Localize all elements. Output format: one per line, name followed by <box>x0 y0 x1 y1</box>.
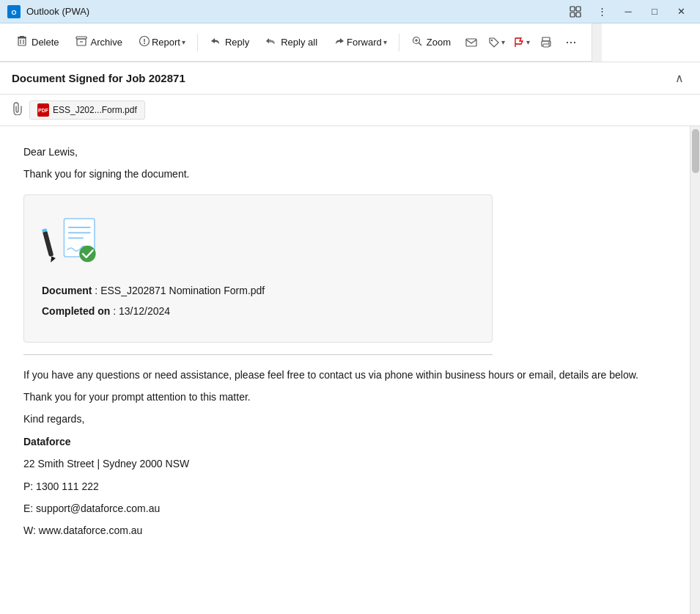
title-bar: O Outlook (PWA) ⋮ ─ □ ✕ <box>0 0 700 23</box>
app-title: Outlook (PWA) <box>26 6 89 17</box>
document-card: Document : ESS_J202871 Nomination Form.p… <box>23 194 493 343</box>
email-body: Dear Lewis, Thank you for signing the do… <box>0 126 690 614</box>
close-button[interactable]: ✕ <box>669 3 693 21</box>
svg-point-16 <box>144 43 145 44</box>
pdf-icon: PDF <box>37 103 49 117</box>
app-logo: O <box>7 5 21 18</box>
flag-chevron-icon: ▾ <box>526 38 530 46</box>
company-website: W: www.dataforce.com.au <box>23 522 666 538</box>
tag-chevron-icon: ▾ <box>501 38 505 46</box>
separator-2 <box>399 34 399 51</box>
reply-label: Reply <box>225 37 249 48</box>
more-actions-button[interactable]: ··· <box>559 31 583 54</box>
kind-regards: Kind regards, <box>23 411 666 427</box>
reply-all-icon <box>265 35 277 49</box>
zoom-button[interactable]: Zoom <box>404 29 458 56</box>
svg-rect-25 <box>543 44 549 47</box>
archive-icon <box>75 35 87 49</box>
archive-label: Archive <box>91 37 122 48</box>
attachment-bar: PDF ESS_J202...Form.pdf <box>0 95 700 126</box>
attachment-filename: ESS_J202...Form.pdf <box>53 105 137 115</box>
attachment-file[interactable]: PDF ESS_J202...Form.pdf <box>29 100 145 120</box>
svg-rect-8 <box>18 38 26 45</box>
forward-label: Forward <box>347 37 382 48</box>
forward-chevron-icon: ▾ <box>383 38 387 46</box>
zoom-icon <box>411 35 423 49</box>
paperclip-icon <box>12 102 23 118</box>
minimize-button[interactable]: ─ <box>616 3 640 21</box>
company-phone: P: 1300 111 222 <box>23 478 666 494</box>
email-subject: Document Signed for Job 202871 <box>12 72 185 84</box>
delete-icon <box>16 35 28 49</box>
svg-rect-3 <box>576 7 581 11</box>
svg-rect-2 <box>570 7 575 11</box>
report-icon <box>139 35 150 49</box>
scrollbar-thumb <box>692 129 699 173</box>
completed-on-row: Completed on : 13/12/2024 <box>42 303 474 319</box>
reply-all-label: Reply all <box>281 37 317 48</box>
report-button[interactable]: Report ▾ <box>131 29 193 56</box>
svg-text:O: O <box>11 9 16 16</box>
document-label-colon: : <box>95 285 100 296</box>
tag-button[interactable]: ▾ <box>485 31 508 54</box>
delete-label: Delete <box>32 37 59 48</box>
content-divider <box>23 354 493 355</box>
title-bar-left: O Outlook (PWA) <box>7 5 89 18</box>
document-label: Document <box>42 285 92 296</box>
window-controls: ⋮ ─ □ ✕ <box>564 3 693 21</box>
company-email: E: support@dataforce.com.au <box>23 500 666 516</box>
toolbar-scroll-indicator <box>592 23 602 62</box>
reply-all-button[interactable]: Reply all <box>258 29 325 56</box>
document-name-row: Document : ESS_J202871 Nomination Form.p… <box>42 282 474 299</box>
subject-bar: Document Signed for Job 202871 ∧ <box>0 62 700 95</box>
collapse-button[interactable]: ∧ <box>671 70 688 87</box>
svg-rect-7 <box>20 36 24 37</box>
delete-button[interactable]: Delete <box>9 29 67 56</box>
document-info: Document : ESS_J202871 Nomination Form.p… <box>42 282 474 320</box>
report-label: Report <box>152 37 180 48</box>
svg-rect-27 <box>43 230 54 256</box>
toolbar: Delete Archive Report ▾ <box>0 23 592 62</box>
completed-label-colon: : <box>113 305 119 317</box>
forward-icon <box>334 35 345 49</box>
completed-date: 13/12/2024 <box>119 305 170 317</box>
email-scrollbar[interactable] <box>690 126 700 614</box>
thank-you-text: Thank you for signing the document. <box>23 166 666 182</box>
flag-button[interactable]: ▾ <box>509 31 533 54</box>
footer-message: If you have any questions or need assist… <box>23 367 666 383</box>
reply-button[interactable]: Reply <box>202 29 257 56</box>
svg-line-18 <box>419 43 421 46</box>
svg-rect-4 <box>570 12 575 17</box>
separator-1 <box>197 34 198 51</box>
attention-message: Thank you for your prompt attention to t… <box>23 389 666 405</box>
document-icon <box>42 213 474 274</box>
mail-icon-button[interactable] <box>460 31 483 54</box>
svg-rect-21 <box>466 39 476 46</box>
reply-icon <box>210 35 221 49</box>
svg-rect-5 <box>576 12 581 17</box>
forward-button[interactable]: Forward ▾ <box>326 29 394 56</box>
toolbar-right: ▾ ▾ ··· <box>460 31 583 54</box>
maximize-button[interactable]: □ <box>643 3 666 21</box>
completed-label: Completed on <box>42 305 110 317</box>
svg-rect-23 <box>542 37 550 41</box>
greeting: Dear Lewis, <box>23 144 666 160</box>
zoom-label: Zoom <box>427 37 451 48</box>
report-chevron-icon: ▾ <box>182 38 185 46</box>
company-name: Dataforce <box>23 434 666 450</box>
company-address: 22 Smith Street | Sydney 2000 NSW <box>23 456 666 472</box>
svg-point-26 <box>548 42 550 43</box>
print-button[interactable] <box>534 31 558 54</box>
extensions-button[interactable] <box>564 3 587 21</box>
svg-point-22 <box>490 39 492 40</box>
document-filename: ESS_J202871 Nomination Form.pdf <box>100 285 265 296</box>
archive-button[interactable]: Archive <box>68 29 130 56</box>
more-options-button[interactable]: ⋮ <box>590 3 614 21</box>
svg-point-34 <box>79 246 95 262</box>
